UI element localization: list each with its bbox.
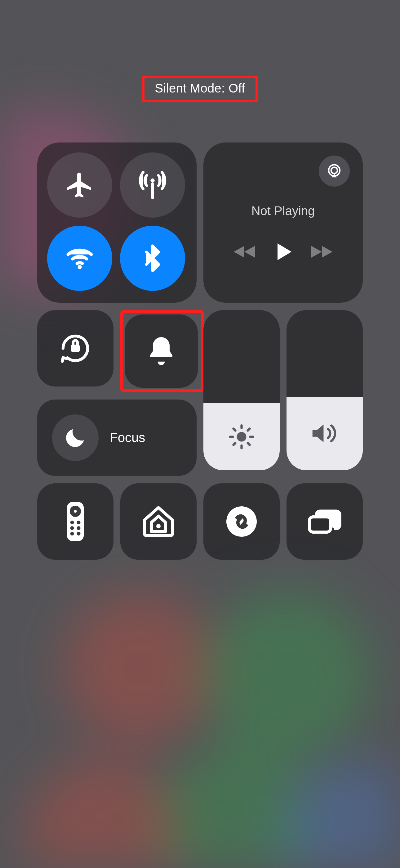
bluetooth-toggle[interactable] <box>120 226 185 291</box>
airplay-icon <box>326 163 343 180</box>
play-button[interactable] <box>272 240 294 264</box>
next-track-button[interactable] <box>310 243 334 261</box>
silent-mode-highlight <box>120 310 204 392</box>
bluetooth-icon <box>138 243 167 273</box>
cellular-data-toggle[interactable] <box>120 152 185 218</box>
svg-point-5 <box>237 432 246 441</box>
sun-icon <box>228 423 255 451</box>
svg-point-3 <box>331 167 337 174</box>
svg-rect-18 <box>309 517 331 532</box>
svg-point-1 <box>77 265 81 269</box>
bell-icon <box>144 334 178 368</box>
play-icon <box>272 240 294 264</box>
airplay-button[interactable] <box>319 156 350 187</box>
svg-point-10 <box>77 521 80 524</box>
home-button[interactable] <box>120 483 197 560</box>
home-icon <box>140 503 177 540</box>
svg-point-16 <box>226 506 257 537</box>
skip-back-icon <box>233 243 256 261</box>
wifi-toggle[interactable] <box>47 226 112 291</box>
toast-label: Silent Mode: Off <box>155 81 245 95</box>
airplane-mode-toggle[interactable] <box>47 152 112 218</box>
shazam-button[interactable] <box>203 483 280 560</box>
previous-track-button[interactable] <box>233 243 256 261</box>
wifi-icon <box>64 243 95 274</box>
svg-point-9 <box>70 521 74 524</box>
moon-icon <box>63 426 88 450</box>
speaker-icon <box>309 420 340 447</box>
media-module[interactable]: Not Playing <box>203 143 363 303</box>
antenna-icon <box>137 169 168 200</box>
volume-slider[interactable] <box>287 310 363 470</box>
svg-point-14 <box>77 532 80 535</box>
skip-forward-icon <box>310 243 334 261</box>
focus-label: Focus <box>110 430 145 445</box>
silent-mode-toast: Silent Mode: Off <box>142 76 258 102</box>
airplane-icon <box>65 170 95 200</box>
svg-point-12 <box>77 526 80 530</box>
media-title: Not Playing <box>215 204 351 218</box>
svg-point-15 <box>156 524 161 528</box>
svg-point-13 <box>70 532 74 535</box>
apple-tv-remote-button[interactable] <box>37 483 113 560</box>
connectivity-module[interactable] <box>37 143 197 303</box>
two-rectangles-icon <box>306 507 343 536</box>
brightness-slider[interactable] <box>203 310 280 470</box>
screen-mirroring-button[interactable] <box>287 483 363 560</box>
svg-point-11 <box>70 526 74 530</box>
focus-button[interactable]: Focus <box>37 400 197 476</box>
silent-mode-button[interactable] <box>125 314 198 388</box>
orientation-lock-button[interactable] <box>37 310 113 386</box>
remote-icon <box>64 500 87 543</box>
svg-point-8 <box>74 510 77 513</box>
svg-point-0 <box>151 179 155 183</box>
shazam-icon <box>224 504 259 539</box>
focus-moon-circle <box>52 414 99 461</box>
svg-rect-4 <box>71 345 80 352</box>
rotation-lock-icon <box>58 331 93 366</box>
control-center: Silent Mode: Off <box>0 76 400 868</box>
